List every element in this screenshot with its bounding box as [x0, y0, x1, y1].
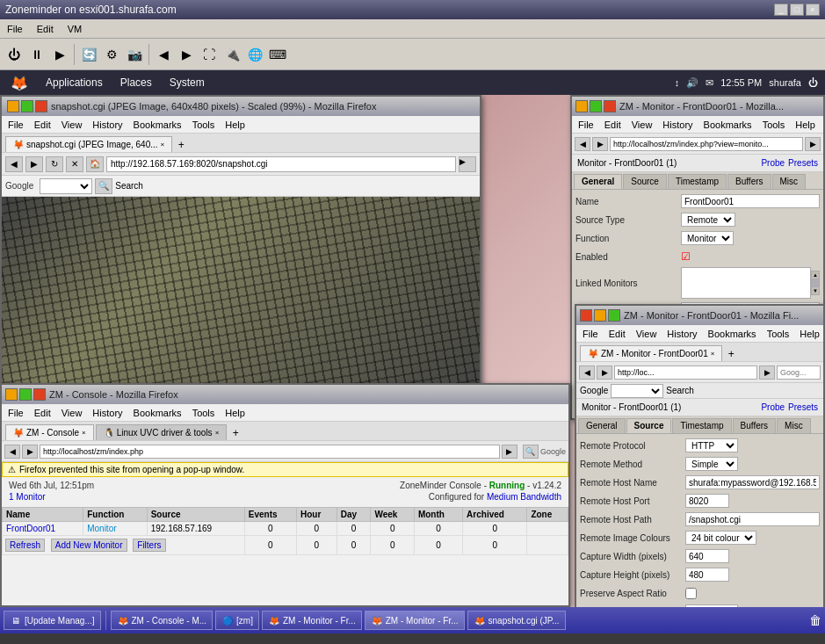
zm-m2-probe-link[interactable]: Probe [761, 402, 785, 412]
send-ctrl-icon[interactable]: ⌨ [267, 44, 288, 65]
power-icon[interactable]: ⏻ [4, 44, 25, 65]
zm-m2-hostname-input[interactable] [685, 475, 820, 489]
zm-m2-back[interactable]: ◀ [579, 365, 595, 380]
zm-console-minimize[interactable] [5, 388, 18, 401]
filters-button[interactable]: Filters [133, 539, 165, 552]
zm-m1-minimize[interactable] [575, 100, 588, 112]
taskbar-snapshot[interactable]: 🦊 snapshot.cgi (JP... [467, 611, 566, 630]
zm-m2-menu-view[interactable]: View [633, 328, 660, 340]
zm-m1-menu-edit[interactable]: Edit [602, 119, 624, 131]
menu-file[interactable]: File [4, 22, 26, 36]
snapshot-maximize[interactable] [21, 100, 33, 112]
probe-link[interactable]: Probe [761, 158, 785, 168]
snap-menu-history[interactable]: History [90, 119, 125, 131]
play-icon[interactable]: ▶ [49, 44, 70, 65]
zm-m1-address[interactable] [610, 137, 803, 151]
network-icon[interactable]: 🌐 [244, 44, 265, 65]
zm-m2-forward[interactable]: ▶ [597, 365, 612, 380]
back-button[interactable]: ◀ [5, 156, 23, 172]
snapshot-address-bar[interactable] [106, 156, 456, 172]
add-monitor-button[interactable]: Add New Monitor [51, 539, 127, 552]
zm-c-back[interactable]: ◀ [4, 445, 20, 459]
power-btn[interactable]: ⏻ [808, 77, 818, 88]
zm-m2-minimize[interactable] [594, 309, 606, 322]
zm-m2-go[interactable]: ▶ [759, 365, 775, 380]
taskbar-zm-monitor2[interactable]: 🦊 ZM - Monitor - Fr... [365, 611, 465, 630]
gnome-system[interactable]: System [166, 75, 208, 90]
zm-c-menu-help[interactable]: Help [222, 407, 248, 419]
zm-m2-tab-close[interactable]: × [711, 350, 715, 358]
zm-m2-height-input[interactable] [685, 568, 729, 582]
zm-c-menu-file[interactable]: File [5, 407, 26, 419]
zm-m2-tab-buffers[interactable]: Buffers [733, 418, 777, 433]
taskbar-zm[interactable]: 🔵 [zm] [215, 611, 259, 630]
zm-console-close[interactable] [33, 388, 46, 401]
zm-c-menu-edit[interactable]: Edit [32, 407, 54, 419]
zm-m1-forward[interactable]: ▶ [592, 137, 608, 151]
fullscreen-icon[interactable]: ⛶ [199, 44, 220, 65]
console-new-tab[interactable]: + [228, 426, 242, 440]
settings-icon[interactable]: ⚙ [101, 44, 122, 65]
new-tab-button[interactable]: + [174, 138, 188, 152]
zm-m1-maximize[interactable] [590, 100, 602, 112]
forward-icon[interactable]: ▶ [176, 44, 197, 65]
zm-m1-back[interactable]: ◀ [575, 137, 590, 151]
zm-m2-maximize[interactable] [608, 309, 620, 322]
zm-m2-tab-source[interactable]: Source [626, 418, 672, 433]
search-button[interactable]: 🔍 [95, 178, 112, 194]
gnome-applications[interactable]: Applications [42, 75, 106, 90]
zm-c-forward[interactable]: ▶ [22, 445, 38, 459]
presets-link[interactable]: Presets [788, 158, 818, 168]
reset-icon[interactable]: 🔄 [78, 44, 99, 65]
scroll-down[interactable]: ▼ [812, 287, 819, 294]
zm-m2-active-tab[interactable]: 🦊 ZM - Monitor - FrontDoor01 × [580, 345, 722, 361]
monitor-name-cell[interactable]: FrontDoor01 [6, 524, 55, 533]
zm-m2-tab-timestamp[interactable]: Timestamp [672, 418, 731, 433]
scroll-thumb[interactable] [812, 279, 819, 287]
zm-m2-new-tab[interactable]: + [724, 347, 738, 361]
pause-icon[interactable]: ⏸ [26, 44, 47, 65]
zm-c-menu-tools[interactable]: Tools [190, 407, 218, 419]
zm-c-go[interactable]: ▶ [502, 445, 517, 459]
zm-m2-address[interactable] [614, 365, 757, 380]
snap-menu-bookmarks[interactable]: Bookmarks [131, 119, 185, 131]
snapshot-close[interactable] [35, 100, 47, 112]
forward-button[interactable]: ▶ [25, 156, 43, 172]
zm-m2-port-input[interactable] [685, 494, 729, 508]
zm-m1-menu-view[interactable]: View [629, 119, 655, 131]
tab-close-icon[interactable]: × [161, 141, 165, 148]
taskbar-zm-console[interactable]: 🦊 ZM - Console - M... [111, 611, 213, 630]
source-type-select[interactable]: Remote [681, 213, 735, 227]
linux-tab-close[interactable]: × [215, 429, 220, 437]
zm-m2-tab-misc[interactable]: Misc [777, 418, 811, 433]
zm-m2-path-input[interactable] [685, 512, 820, 526]
zm-m1-close[interactable] [604, 100, 616, 112]
usb-icon[interactable]: 🔌 [221, 44, 242, 65]
zm-m2-search-select[interactable] [611, 384, 663, 398]
zm-m2-protocol-select[interactable]: HTTP [685, 438, 738, 452]
snap-menu-edit[interactable]: Edit [32, 119, 54, 131]
stop-button[interactable]: ✕ [66, 156, 83, 172]
zm-m1-go[interactable]: ▶ [805, 137, 821, 151]
zm-m1-menu-help[interactable]: Help [792, 119, 818, 131]
go-button[interactable]: ▶ [459, 156, 476, 172]
close-button[interactable]: × [806, 4, 820, 16]
zm-c-search[interactable]: 🔍 [523, 445, 539, 459]
tab-buffers[interactable]: Buffers [727, 174, 771, 189]
maximize-button[interactable]: □ [790, 4, 804, 16]
zm-m2-width-input[interactable] [685, 549, 729, 563]
snap-menu-file[interactable]: File [5, 119, 26, 131]
gnome-places[interactable]: Places [117, 75, 156, 90]
back-icon[interactable]: ◀ [153, 44, 174, 65]
zm-m2-menu-help[interactable]: Help [797, 328, 822, 340]
zm-c-menu-history[interactable]: History [90, 407, 125, 419]
snapshot-minimize[interactable] [7, 100, 19, 112]
zm-m2-menu-edit[interactable]: Edit [606, 328, 628, 340]
zm-m2-presets-link[interactable]: Presets [788, 402, 818, 412]
linked-monitors-box[interactable] [681, 267, 811, 299]
snapshot-icon[interactable]: 📷 [124, 44, 145, 65]
minimize-button[interactable]: _ [774, 4, 788, 16]
linux-tab-2[interactable]: 🐧 Linux UVC driver & tools × [96, 424, 228, 440]
console-tab-1[interactable]: 🦊 ZM - Console × [5, 424, 94, 440]
scroll-up[interactable]: ▲ [812, 271, 819, 279]
